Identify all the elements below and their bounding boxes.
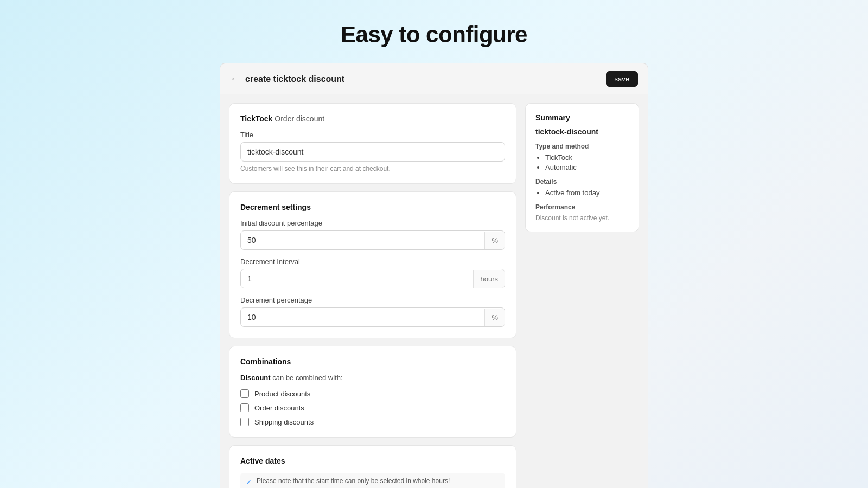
combinations-checkbox-group: Product discounts Order discounts Shippi… xyxy=(240,389,505,426)
summary-card: Summary ticktock-discount Type and metho… xyxy=(525,103,639,232)
active-dates-card-title: Active dates xyxy=(240,457,505,465)
decrement-interval-input[interactable] xyxy=(241,269,473,288)
page-title: Easy to configure xyxy=(341,22,527,48)
combinations-card: Combinations Discount can be combined wi… xyxy=(229,346,516,438)
save-button[interactable]: save xyxy=(606,71,638,87)
initial-discount-input-wrapper: % xyxy=(240,230,505,250)
back-button[interactable]: ← xyxy=(230,73,240,85)
decrement-percentage-field: Decrement percentage % xyxy=(240,296,505,327)
checkbox-product-discounts-input[interactable] xyxy=(240,389,249,398)
summary-details-list: Active from today xyxy=(535,189,629,197)
initial-discount-input[interactable] xyxy=(241,231,484,249)
discount-type-bold: TickTock xyxy=(240,114,272,123)
decrement-interval-label: Decrement Interval xyxy=(240,258,505,266)
decrement-interval-input-wrapper: hours xyxy=(240,269,505,288)
checkbox-shipping-discounts-input[interactable] xyxy=(240,418,249,426)
decrement-card-title: Decrement settings xyxy=(240,203,505,211)
decrement-percentage-suffix: % xyxy=(484,309,505,326)
title-input-wrapper xyxy=(240,142,505,162)
decrement-percentage-input-wrapper: % xyxy=(240,307,505,327)
combinations-card-title: Combinations xyxy=(240,357,505,366)
active-dates-card: Active dates ✓ Please note that the star… xyxy=(229,445,516,488)
left-column: TickTock Order discount Title Customers … xyxy=(229,103,516,488)
decrement-interval-field: Decrement Interval hours xyxy=(240,258,505,288)
checkbox-product-discounts[interactable]: Product discounts xyxy=(240,389,505,398)
decrement-percentage-input[interactable] xyxy=(241,308,484,326)
summary-type-item: TickTock xyxy=(545,153,629,162)
header-bar: ← create ticktock discount save xyxy=(220,63,648,94)
page-header-title: create ticktock discount xyxy=(245,74,344,84)
summary-type-method-list: TickTock Automatic xyxy=(535,153,629,171)
summary-details-item: Active from today xyxy=(545,189,629,197)
combinations-rest: can be combined with: xyxy=(271,374,343,382)
title-input[interactable] xyxy=(241,143,505,161)
summary-details-title: Details xyxy=(535,178,629,185)
summary-discount-name: ticktock-discount xyxy=(535,127,629,136)
decrement-percentage-label: Decrement percentage xyxy=(240,296,505,304)
discount-type-header: TickTock Order discount xyxy=(240,114,505,123)
initial-discount-field: Initial discount percentage % xyxy=(240,219,505,250)
info-icon: ✓ xyxy=(246,478,252,486)
discount-title-card: TickTock Order discount Title Customers … xyxy=(229,103,516,184)
summary-performance-text: Discount is not active yet. xyxy=(535,214,629,222)
checkbox-product-discounts-label: Product discounts xyxy=(254,390,310,398)
combinations-intro: Discount can be combined with: xyxy=(240,374,505,382)
checkbox-order-discounts[interactable]: Order discounts xyxy=(240,403,505,412)
title-hint: Customers will see this in their cart an… xyxy=(240,165,505,172)
summary-method-item: Automatic xyxy=(545,163,629,171)
checkbox-shipping-discounts[interactable]: Shipping discounts xyxy=(240,418,505,426)
initial-discount-suffix: % xyxy=(484,232,505,249)
title-label: Title xyxy=(240,131,505,139)
active-dates-notice: ✓ Please note that the start time can on… xyxy=(240,473,505,488)
content-area: TickTock Order discount Title Customers … xyxy=(220,94,648,488)
checkbox-order-discounts-input[interactable] xyxy=(240,403,249,412)
decrement-interval-suffix: hours xyxy=(473,270,505,288)
checkbox-order-discounts-label: Order discounts xyxy=(254,404,304,412)
summary-type-method-title: Type and method xyxy=(535,143,629,150)
right-column: Summary ticktock-discount Type and metho… xyxy=(525,103,639,488)
discount-type-rest: Order discount xyxy=(272,114,324,123)
summary-performance-title: Performance xyxy=(535,203,629,211)
checkbox-shipping-discounts-label: Shipping discounts xyxy=(254,418,314,426)
combinations-bold: Discount xyxy=(240,374,271,382)
initial-discount-label: Initial discount percentage xyxy=(240,219,505,227)
decrement-settings-card: Decrement settings Initial discount perc… xyxy=(229,191,516,338)
title-field-group: Title Customers will see this in their c… xyxy=(240,131,505,172)
summary-title: Summary xyxy=(535,113,629,122)
active-dates-notice-text: Please note that the start time can only… xyxy=(257,477,450,485)
